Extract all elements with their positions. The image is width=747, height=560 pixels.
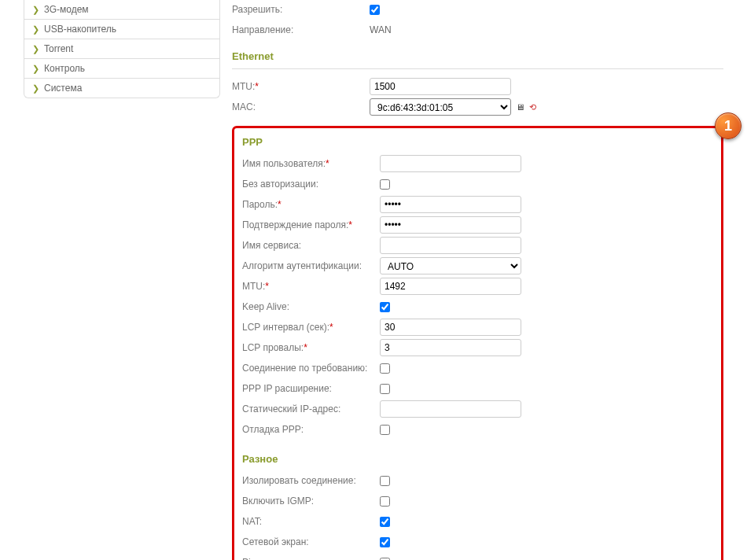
ppp-section-title: PPP	[242, 136, 713, 148]
ppp-highlight-box: 1 PPP Имя пользователя:* Без авторизации…	[232, 126, 723, 560]
ping-checkbox[interactable]	[380, 558, 390, 561]
allow-checkbox[interactable]	[370, 5, 380, 15]
chevron-right-icon: ❯	[32, 83, 39, 94]
divider	[232, 68, 723, 69]
noauth-label: Без авторизации:	[242, 179, 380, 190]
lcp-interval-label: LCP интервал (сек):*	[242, 322, 380, 333]
ipext-checkbox[interactable]	[380, 384, 390, 394]
nat-label: NAT:	[242, 516, 380, 527]
sidebar-item-label: Контроль	[44, 63, 85, 74]
sidebar-item-3g[interactable]: ❯3G-модем	[24, 0, 219, 20]
chevron-right-icon: ❯	[32, 5, 39, 15]
keepalive-label: Keep Alive:	[242, 301, 380, 312]
service-label: Имя сервиса:	[242, 240, 380, 251]
ipext-label: PPP IP расширение:	[242, 383, 380, 394]
sidebar-item-label: USB-накопитель	[44, 24, 116, 35]
confirm-input[interactable]	[380, 216, 521, 234]
allow-label: Разрешить:	[232, 4, 370, 15]
sidebar-item-system[interactable]: ❯Система	[24, 79, 219, 98]
debug-label: Отладка PPP:	[242, 424, 380, 435]
ppp-mtu-label: MTU:*	[242, 281, 380, 292]
staticip-input[interactable]	[380, 400, 521, 418]
direction-value: WAN	[370, 24, 392, 35]
reset-icon[interactable]: ⟲	[529, 102, 536, 112]
misc-section-title: Разное	[242, 453, 713, 465]
sidebar-item-control[interactable]: ❯Контроль	[24, 59, 219, 79]
lcp-fail-input[interactable]	[380, 339, 521, 356]
callout-badge-1: 1	[715, 112, 741, 139]
isolate-checkbox[interactable]	[380, 476, 390, 486]
sidebar-item-label: Система	[44, 83, 82, 94]
password-label: Пароль:*	[242, 199, 380, 210]
ping-label: Ping:	[242, 557, 380, 560]
igmp-checkbox[interactable]	[380, 496, 390, 507]
ondemand-label: Соединение по требованию:	[242, 363, 380, 374]
username-label: Имя пользователя:*	[242, 158, 380, 169]
eth-mtu-input[interactable]	[370, 78, 511, 95]
sidebar-item-label: Torrent	[44, 43, 73, 54]
chevron-right-icon: ❯	[32, 64, 39, 74]
sidebar-item-torrent[interactable]: ❯Torrent	[24, 39, 219, 59]
side-menu: ❯3G-модем ❯USB-накопитель ❯Torrent ❯Конт…	[24, 0, 220, 98]
chevron-right-icon: ❯	[32, 44, 39, 54]
ethernet-section-title: Ethernet	[232, 50, 723, 62]
igmp-label: Включить IGMP:	[242, 496, 380, 507]
eth-mac-label: MAC:	[232, 101, 370, 112]
debug-checkbox[interactable]	[380, 425, 390, 435]
sidebar: ❯3G-модем ❯USB-накопитель ❯Torrent ❯Конт…	[24, 0, 220, 560]
lcp-interval-input[interactable]	[380, 319, 521, 336]
username-input[interactable]	[380, 155, 521, 172]
nat-checkbox[interactable]	[380, 517, 390, 527]
auth-select[interactable]: AUTO	[380, 257, 521, 274]
ppp-mtu-input[interactable]	[380, 278, 521, 295]
lcp-fail-label: LCP провалы:*	[242, 342, 380, 353]
mac-select[interactable]: 9c:d6:43:3d:01:05	[370, 98, 511, 116]
isolate-label: Изолировать соединение:	[242, 475, 380, 486]
staticip-label: Статический IP-адрес:	[242, 403, 380, 414]
content-panel: Разрешить: Направление: WAN Ethernet MTU…	[232, 0, 723, 560]
firewall-checkbox[interactable]	[380, 537, 390, 547]
sidebar-item-label: 3G-модем	[44, 4, 89, 15]
noauth-checkbox[interactable]	[380, 179, 390, 190]
firewall-label: Сетевой экран:	[242, 536, 380, 547]
monitor-icon[interactable]: 🖥	[516, 102, 524, 112]
auth-label: Алгоритм аутентификации:	[242, 260, 380, 271]
confirm-label: Подтверждение пароля:*	[242, 219, 380, 230]
password-input[interactable]	[380, 196, 521, 213]
eth-mtu-label: MTU:*	[232, 81, 370, 92]
service-input[interactable]	[380, 237, 521, 254]
direction-label: Направление:	[232, 24, 370, 35]
chevron-right-icon: ❯	[32, 24, 39, 35]
ondemand-checkbox[interactable]	[380, 363, 390, 374]
sidebar-item-usb[interactable]: ❯USB-накопитель	[24, 20, 219, 39]
keepalive-checkbox[interactable]	[380, 302, 390, 312]
